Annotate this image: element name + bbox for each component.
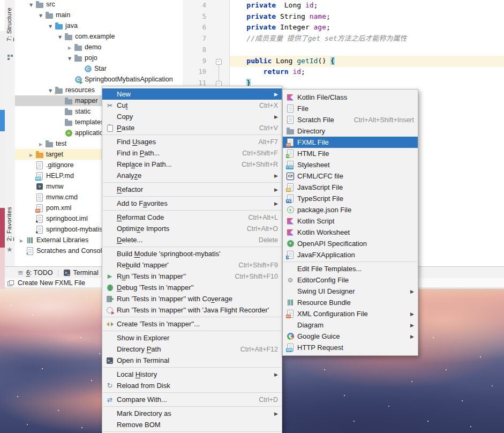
menu-item-rebuild-mapper[interactable]: Rebuild 'mapper'Ctrl+Shift+F9 [102,259,282,271]
tree-item-springbootmybatisapplication[interactable]: CSpringbootMybatisApplication [15,74,183,85]
chevron-down-icon[interactable]: ▼ [49,25,52,29]
code-line[interactable]: public Long getId() { [230,56,504,67]
menu-item-editorconfig-file[interactable]: ⚙EditorConfig File [283,274,418,286]
tree-item-label: Scratches and Consoles [36,247,109,255]
menu-item-paste[interactable]: PasteCtrl+V [102,122,282,133]
menu-item-copy[interactable]: Copy▶ [102,111,282,122]
menu-item-html-file[interactable]: HHTML File [283,148,418,159]
menu-item-reload-from-disk[interactable]: ↻Reload from Disk [102,380,282,391]
menu-item-find-in-path[interactable]: Find in Path...Ctrl+Shift+F [102,147,282,159]
menu-item-remove-bom[interactable]: Remove BOM [102,419,282,430]
menu-item-show-in-explorer[interactable]: Show in Explorer [102,332,282,344]
menu-item-resource-bundle[interactable]: Resource Bundle [283,297,418,308]
structure-tool-button[interactable]: 7: Structure [6,8,12,41]
line-number[interactable]: 10 [184,68,206,76]
tree-toggle[interactable]: ▼ [65,54,74,62]
menu-item-run-tests-in-mapper[interactable]: ▶Run 'Tests in 'mapper''Ctrl+Shift+F10 [102,271,282,282]
menu-item-directory[interactable]: Directory [283,125,418,137]
tree-toggle[interactable]: ▼ [46,86,55,94]
menu-item-cut[interactable]: ✂CutCtrl+X [102,100,282,111]
menu-item-label: TypeScript File [297,195,343,203]
menu-item-reformat-code[interactable]: Reformat CodeCtrl+Alt+L [102,212,282,223]
menu-item-directory-path[interactable]: Directory PathCtrl+Alt+F12 [102,344,282,355]
chevron-right-icon[interactable]: ▶ [68,46,71,50]
menu-item-kotlin-worksheet[interactable]: Kotlin Worksheet [283,227,418,238]
menu-item-compare-with[interactable]: ⇄Compare With...Ctrl+D [102,394,282,405]
tree-item-demo[interactable]: ▶demo [15,42,183,53]
menu-item-scratch-file[interactable]: ●Scratch FileCtrl+Alt+Shift+Insert [283,114,418,125]
line-number[interactable]: 8 [184,46,206,54]
chevron-down-icon[interactable]: ▼ [68,57,71,61]
favorites-tool-button[interactable]: 2: Favorites [6,207,12,241]
chevron-down-icon[interactable]: ▼ [58,35,62,40]
tree-toggle[interactable]: ▼ [36,11,45,19]
tree-toggle[interactable]: ▶ [17,236,26,244]
chevron-right-icon[interactable]: ▶ [39,143,42,147]
code-line[interactable]: private String name; [230,11,504,23]
menu-item-replace-in-path[interactable]: Replace in Path...Ctrl+Shift+R [102,159,282,170]
menu-item-mark-directory-as[interactable]: Mark Directory as▶ [102,408,282,419]
line-number[interactable]: 5 [184,13,206,20]
menu-item-file[interactable]: File [283,103,418,114]
line-number[interactable]: 6 [184,24,206,31]
menu-item-diagram[interactable]: Diagram▶ [283,319,418,331]
tree-item-src[interactable]: ▼src [15,0,183,10]
menu-item-build-module-springboot-mybatis[interactable]: Build Module 'springboot-mybatis' [102,248,282,259]
chevron-down-icon[interactable]: ▼ [49,89,52,93]
chevron-right-icon[interactable]: ▶ [29,153,33,158]
chevron-right-icon[interactable]: ▶ [20,239,23,243]
menu-item-javafxapplication[interactable]: JJavaFXApplication [283,249,418,260]
code-line[interactable]: private Integer age; [230,22,504,33]
tree-toggle[interactable]: ▼ [56,33,64,40]
code-line[interactable] [230,44,504,56]
menu-item-open-in-terminal[interactable]: >_Open in Terminal [102,355,282,366]
menu-item-new[interactable]: New▶ [102,88,282,100]
menu-item-package-json-file[interactable]: spackage.json File [283,204,418,215]
menu-item-delete[interactable]: Delete...Delete [102,234,282,245]
menu-item-create-tests-in-mapper[interactable]: Create 'Tests in 'mapper''... [102,318,282,330]
menu-item-find-usages[interactable]: Find UsagesAlt+F7 [102,136,282,147]
menu-item-kotlin-script[interactable]: Kotlin Script [283,215,418,227]
tree-item-pojo[interactable]: ▼pojo [15,53,183,63]
tree-toggle[interactable]: ▶ [36,140,45,147]
todo-tool-button[interactable]: ≡ 6: TODO [18,269,52,277]
line-number[interactable]: 4 [184,2,206,9]
fold-marker-icon[interactable]: − [216,59,222,65]
menu-item-cfml-cfc-file[interactable]: CfCFML/CFC file [283,170,418,182]
menu-item-run-tests-in-mapper-with-coverage[interactable]: Run 'Tests in 'mapper'' with Coverage [102,293,282,304]
chevron-down-icon[interactable]: ▼ [29,3,33,8]
tree-item-main[interactable]: ▼main [15,10,183,20]
menu-item-javascript-file[interactable]: JSJavaScript File [283,182,418,193]
line-number[interactable]: 7 [184,35,206,42]
line-number[interactable]: 9 [184,57,206,65]
menu-item-refactor[interactable]: Refactor▶ [102,184,282,195]
menu-item-stylesheet[interactable]: CSSStylesheet [283,159,418,170]
menu-item-local-history[interactable]: Local History▶ [102,369,282,380]
chevron-down-icon[interactable]: ▼ [39,14,42,18]
tree-item-star[interactable]: CStar [15,63,183,74]
tree-toggle[interactable]: ▼ [27,1,35,8]
menu-item-xml-configuration-file[interactable]: <>XML Configuration File▶ [283,308,418,319]
tree-toggle[interactable]: ▼ [46,22,55,29]
menu-item-google-guice[interactable]: Google Guice▶ [283,331,418,342]
menu-item-http-request[interactable]: APIHTTP Request [283,342,418,353]
tree-toggle[interactable]: ▶ [27,151,35,158]
code-line[interactable]: return id; [230,66,504,78]
menu-item-analyze[interactable]: Analyze▶ [102,170,282,181]
menu-item-kotlin-file-class[interactable]: Kotlin File/Class [283,92,418,103]
menu-item-optimize-imports[interactable]: Optimize ImportsCtrl+Alt+O [102,223,282,234]
menu-item-fxml-file[interactable]: <>FXML File [283,137,418,148]
tree-item-java[interactable]: ▼java [15,20,183,31]
code-line[interactable]: //成员变量 提供了get set方法之后才能称为属性 [230,33,504,44]
terminal-tool-button[interactable]: >_ Terminal [64,269,98,277]
menu-item-swing-ui-designer[interactable]: Swing UI Designer▶ [283,286,418,297]
menu-item-edit-file-templates[interactable]: Edit File Templates... [283,263,418,274]
menu-item-typescript-file[interactable]: TSTypeScript File [283,193,418,204]
menu-item-add-to-favorites[interactable]: Add to Favorites▶ [102,198,282,209]
menu-item-openapi-specification[interactable]: *OpenAPI Specification [283,238,418,249]
code-line[interactable]: private Long id; [230,0,504,11]
tree-item-com-example[interactable]: ▼com.example [15,31,183,42]
menu-item-run-tests-in-mapper-with-java-flight-recorder[interactable]: Run 'Tests in 'mapper'' with 'Java Fligh… [102,304,282,316]
menu-item-debug-tests-in-mapper[interactable]: Debug 'Tests in 'mapper'' [102,282,282,293]
tree-toggle[interactable]: ▶ [65,43,74,51]
